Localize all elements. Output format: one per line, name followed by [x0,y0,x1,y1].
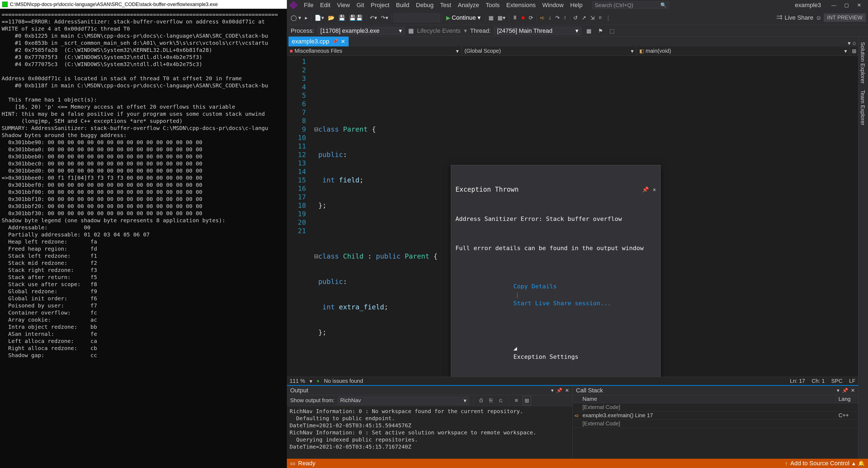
nav-scope-dropdown[interactable]: (Global Scope) ▾ [462,46,637,56]
tabstrip-home-icon[interactable]: ⌂ [853,40,856,46]
maximize-button[interactable]: ▢ [840,1,853,9]
notification-icon[interactable]: 🔔 [858,460,865,467]
debug-button-1[interactable]: ▦ [487,13,495,22]
tb-misc-5[interactable]: ⋮ [604,13,613,22]
close-icon[interactable]: ✕ [653,186,656,194]
console-titlebar[interactable]: C:\MSDN\cpp-docs-pr\docs\c-language\ASAN… [0,0,287,9]
editor-tab-active[interactable]: example3.cpp 📌 ✕ [288,37,349,46]
output-tool-5[interactable]: ⊞ [523,396,531,405]
thread-dropdown[interactable]: [24756] Main Thread ▾ [494,27,581,35]
eol-indicator[interactable]: LF [849,378,856,384]
panel-dropdown-icon[interactable]: ▾ [837,388,839,394]
output-tool-3[interactable]: ⎌ [498,396,504,405]
indent-indicator[interactable]: SPC [831,378,843,384]
menu-extensions[interactable]: Extensions [503,1,539,10]
line-indicator[interactable]: Ln: 17 [790,378,805,384]
thread-tool-2[interactable]: ⚑ [596,27,604,35]
code-editor[interactable]: 1 2 3 4 5 6 7 8 9 10 11 12 13 14 15 16 1… [287,56,858,377]
nav-member-dropdown[interactable]: ◧ main(void) ▾ [637,46,850,56]
nav-back-button[interactable]: ◯ ▾ [289,13,303,22]
nav-project-dropdown[interactable]: ■ Miscellaneous Files ▾ [287,46,462,56]
issues-label[interactable]: No issues found [324,378,363,384]
output-text[interactable]: RichNav Information: 0 : No workspace fo… [287,406,572,459]
col-indicator[interactable]: Ch: 1 [812,378,825,384]
continue-button[interactable]: ▶ Continue ▾ [443,13,483,22]
quick-launch-search[interactable]: Search (Ctrl+Q) 🔍 [592,1,669,9]
menu-project[interactable]: Project [368,1,393,10]
tabstrip-dropdown-icon[interactable]: ▾ [848,40,850,46]
menu-view[interactable]: View [334,1,353,10]
callstack-row[interactable]: ➪example3.exe!main() Line 17C++ [572,411,858,420]
menu-window[interactable]: Window [539,1,567,10]
pin-icon[interactable]: 📌 [642,186,649,194]
pin-icon[interactable]: 📌 [556,388,562,394]
step-over-button[interactable]: ↷ [554,13,561,22]
menu-test[interactable]: Test [437,1,454,10]
collapse-icon[interactable]: ◢ [514,345,517,352]
nav-fwd-button[interactable]: ▸ [303,13,309,22]
console-window: C:\MSDN\cpp-docs-pr\docs\c-language\ASAN… [0,0,287,468]
menu-analyze[interactable]: Analyze [454,1,482,10]
thread-tool-1[interactable]: ▦ [585,27,593,35]
restart-button[interactable]: ⟳ [527,13,535,22]
open-file-button[interactable]: 📂 [326,13,336,22]
minimize-button[interactable]: — [828,1,840,9]
lifecycle-events[interactable]: Lifecycle Events [417,27,461,34]
live-share-button[interactable]: Live Share [785,14,813,21]
visual-studio-window: File Edit View Git Project Build Debug T… [287,0,868,468]
tb-misc-1[interactable]: ↺ [571,13,580,22]
config-dropdown[interactable] [394,13,440,22]
panel-dropdown-icon[interactable]: ▾ [551,388,554,394]
output-tool-4[interactable]: ≡ [513,396,520,405]
callstack-row[interactable]: [External Code] [572,420,858,428]
editor-status-bar: 111 % ▾ ● No issues found Ln: 17 Ch: 1 S… [287,377,858,385]
menu-file[interactable]: File [301,1,317,10]
close-button[interactable]: ✕ [853,1,865,9]
solution-explorer-tab[interactable]: Solution Explorer [859,39,867,87]
undo-button[interactable]: ↶▾ [368,13,379,22]
menu-build[interactable]: Build [393,1,412,10]
thread-tool-3[interactable]: ⬚ [608,27,616,35]
tb-misc-2[interactable]: ↗ [580,13,588,22]
close-icon[interactable]: ✕ [851,388,855,394]
callstack-row[interactable]: [External Code] [572,403,858,411]
step-out-button[interactable]: ↑ [562,13,568,22]
process-dropdown[interactable]: [11708] example3.exe ▾ [317,27,405,35]
new-item-button[interactable]: 📄▾ [313,13,326,22]
chevron-down-icon[interactable]: ▾ [310,378,312,385]
show-next-statement-button[interactable]: ➪ [538,13,547,22]
copy-details-link[interactable]: Copy Details [514,283,557,290]
split-icon[interactable]: ⊞ [850,48,858,54]
output-tool-2[interactable]: ⎘ [488,396,494,405]
debug-button-2[interactable]: ▦▾ [496,13,507,22]
menu-git[interactable]: Git [353,1,368,10]
tb-misc-4[interactable]: ⌗ [597,13,603,22]
tab-close-icon[interactable]: ✕ [341,38,345,45]
zoom-level[interactable]: 111 % [289,378,305,384]
team-explorer-tab[interactable]: Team Explorer [859,87,867,129]
pin-icon[interactable]: 📌 [842,388,848,394]
menu-debug[interactable]: Debug [412,1,437,10]
search-icon: 🔍 [660,2,666,8]
start-live-share-link[interactable]: Start Live Share session... [514,300,611,307]
output-tool-1[interactable]: ⎙ [478,396,485,405]
output-from-dropdown[interactable]: RichNav ▾ [338,397,469,404]
step-into-button[interactable]: ↓ [547,13,553,22]
save-all-button[interactable]: 💾💾 [347,13,365,22]
console-output[interactable]: ========================================… [0,9,287,468]
save-button[interactable]: 💾 [337,13,347,22]
pin-icon[interactable]: 📌 [332,38,338,44]
menu-tools[interactable]: Tools [483,1,503,10]
menu-edit[interactable]: Edit [317,1,334,10]
add-source-control[interactable]: Add to Source Control [790,460,849,467]
callstack-col-lang[interactable]: Lang [836,395,858,403]
tb-misc-3[interactable]: ⇲ [589,13,596,22]
close-icon[interactable]: ✕ [565,388,569,394]
redo-button[interactable]: ↷▾ [379,13,390,22]
feedback-icon[interactable]: ☺ [815,14,822,21]
chevron-down-icon: ▾ [477,14,480,21]
break-all-button[interactable]: ⏸ [510,13,519,22]
menu-help[interactable]: Help [567,1,586,10]
stop-button[interactable]: ■ [520,13,526,22]
callstack-col-name[interactable]: Name [572,395,836,403]
